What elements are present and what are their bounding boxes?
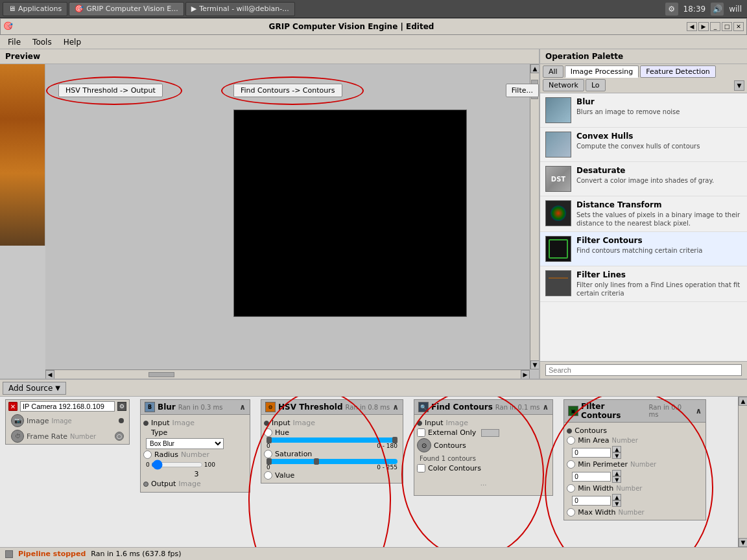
- hsv-input-label: Input: [272, 419, 290, 427]
- blur-type-select[interactable]: Box Blur: [146, 438, 224, 449]
- taskbar-time: 18:39: [683, 5, 706, 14]
- add-source-button[interactable]: Add Source ▼: [3, 382, 66, 395]
- op-filter-contours[interactable]: Filter Contours Find contours matching c…: [540, 232, 747, 266]
- source-ip-input[interactable]: [20, 401, 115, 412]
- blur-input-dot: [143, 421, 148, 426]
- sat-track[interactable]: [267, 459, 397, 464]
- filter-max-width-row: Max Width Number: [567, 508, 703, 517]
- find-collapse-btn[interactable]: ∧: [543, 402, 549, 412]
- scroll-right-btn[interactable]: ▶: [521, 370, 530, 379]
- filter-collapse-btn[interactable]: ∧: [696, 406, 702, 415]
- pipeline-stop-btn[interactable]: [5, 550, 13, 558]
- filter-min-width-radio[interactable]: [567, 484, 575, 493]
- scroll-track-v[interactable]: [530, 73, 539, 360]
- find-icon: 🔍: [418, 402, 429, 412]
- taskbar-terminal[interactable]: ▶ Terminal - will@debian-...: [185, 2, 295, 16]
- tab-lo[interactable]: Lo: [586, 79, 606, 91]
- op-distance-transform[interactable]: Distance Transform Sets the values of pi…: [540, 196, 747, 232]
- sat-thumb-left[interactable]: [267, 458, 272, 465]
- find-external-check[interactable]: [417, 428, 425, 437]
- filter-max-width-radio[interactable]: [567, 508, 575, 517]
- blur-collapse-btn[interactable]: ∧: [239, 402, 246, 412]
- filter-min-width-down[interactable]: ▼: [612, 500, 621, 507]
- filter-min-area-down[interactable]: ▼: [612, 452, 621, 459]
- filter-min-perim-radio[interactable]: [567, 460, 575, 469]
- terminal-label: Terminal - will@debian-...: [199, 5, 289, 13]
- source-delete-btn[interactable]: ✕: [8, 402, 18, 411]
- tab-scroll-down[interactable]: ▼: [734, 80, 744, 91]
- find-external-toggle[interactable]: [481, 429, 499, 437]
- filter-min-area-input[interactable]: [572, 448, 611, 458]
- taskbar-grip[interactable]: 🎯 GRIP Computer Vision E...: [69, 2, 184, 16]
- grip-icon: 🎯: [75, 5, 84, 13]
- hue-track[interactable]: [267, 438, 397, 443]
- scroll-down-btn[interactable]: ▼: [530, 360, 539, 369]
- source-image-type: Image: [51, 417, 71, 425]
- window-minimize[interactable]: _: [710, 22, 720, 31]
- pipeline-v-scroll[interactable]: ▲ ▼: [738, 397, 747, 547]
- blur-radius-radio[interactable]: [143, 450, 152, 459]
- op-dist-desc: Sets the values of pixels in a binary im…: [576, 211, 742, 228]
- window-maximize[interactable]: □: [722, 22, 732, 31]
- tab-feature-detection[interactable]: Feature Detection: [640, 65, 716, 78]
- v-scrollbar[interactable]: ▲ ▼: [530, 64, 539, 369]
- sat-thumb-right[interactable]: [314, 458, 319, 465]
- scroll-up-btn[interactable]: ▲: [530, 64, 539, 73]
- preview-node-filter[interactable]: Filte...: [506, 84, 539, 97]
- source-settings-btn[interactable]: ⚙: [117, 402, 126, 411]
- menu-file[interactable]: File: [3, 36, 26, 48]
- filter-min-width-input[interactable]: [572, 496, 611, 506]
- blur-output-label: Output: [151, 480, 176, 488]
- filter-min-perim-up[interactable]: ▲: [612, 470, 621, 476]
- hsv-input-dot: [264, 421, 269, 426]
- hue-thumb-left[interactable]: [267, 437, 272, 443]
- menu-tools[interactable]: Tools: [27, 36, 57, 48]
- find-external-label: External Only: [428, 428, 476, 437]
- op-filter-lines[interactable]: Filter Lines Filter only lines from a Fi…: [540, 266, 747, 302]
- scroll-track-h[interactable]: [56, 372, 519, 377]
- taskbar-applications[interactable]: 🖥 Applications: [3, 2, 67, 16]
- hsv-hue-radio[interactable]: [264, 428, 272, 437]
- op-desaturate[interactable]: DST Desaturate Convert a color image int…: [540, 162, 747, 196]
- tab-image-processing[interactable]: Image Processing: [565, 65, 639, 78]
- find-color-check[interactable]: [417, 464, 425, 472]
- window-nav-next[interactable]: ▶: [698, 22, 709, 31]
- window-nav-prev[interactable]: ◀: [687, 22, 697, 31]
- filter-min-area-radio[interactable]: [567, 436, 575, 445]
- op-blur-name: Blur: [576, 97, 742, 106]
- blur-output-type: Image: [178, 480, 200, 488]
- blur-output-dot: [143, 482, 148, 487]
- hue-thumb-right[interactable]: [392, 437, 397, 443]
- pipeline-toolbar: Add Source ▼: [0, 380, 747, 397]
- preview-node-find[interactable]: Find Contours -> Contours: [233, 84, 342, 97]
- tab-all[interactable]: All: [543, 65, 563, 78]
- tab-network[interactable]: Network: [543, 79, 584, 91]
- pipeline-scroll[interactable]: ✕ ⚙ 📷 Image Image ⏱ Frame Rate: [0, 397, 738, 547]
- filter-min-area-up[interactable]: ▲: [612, 446, 621, 452]
- h-scrollbar[interactable]: ◀ ▶: [45, 369, 530, 379]
- blur-radius-slider[interactable]: [151, 460, 203, 470]
- taskbar-sound-icon[interactable]: 🔊: [711, 3, 724, 16]
- blur-slider-row: 0 100: [146, 460, 247, 470]
- filter-min-perim-down[interactable]: ▼: [612, 476, 621, 483]
- menu-help[interactable]: Help: [58, 36, 86, 48]
- hsv-collapse-btn[interactable]: ∧: [392, 402, 399, 412]
- filter-min-perim-input[interactable]: [572, 472, 611, 482]
- pipeline-scroll-track: [739, 406, 747, 538]
- filter-min-width-up[interactable]: ▲: [612, 494, 621, 500]
- pipeline-scroll-down[interactable]: ▼: [739, 538, 747, 547]
- filter-min-area-row: Min Area Number: [567, 436, 703, 445]
- window-close[interactable]: ✕: [733, 22, 744, 31]
- node-filter-name: Filter Contours: [581, 402, 646, 420]
- scroll-thumb-h[interactable]: [148, 372, 174, 377]
- filter-min-area-label: Min Area: [578, 436, 609, 445]
- preview-node-hsv[interactable]: HSV Threshold -> Output: [58, 84, 163, 97]
- op-convex-hulls[interactable]: Convex Hulls Compute the convex hulls of…: [540, 128, 747, 162]
- op-search-input[interactable]: [545, 364, 742, 376]
- pipeline-scroll-up[interactable]: ▲: [739, 397, 747, 406]
- op-blur[interactable]: Blur Blurs an image to remove noise: [540, 93, 747, 128]
- scroll-left-btn[interactable]: ◀: [45, 370, 54, 379]
- hsv-val-radio[interactable]: [264, 471, 272, 480]
- hsv-sat-radio[interactable]: [264, 450, 272, 458]
- taskbar-settings-icon[interactable]: ⚙: [665, 3, 678, 16]
